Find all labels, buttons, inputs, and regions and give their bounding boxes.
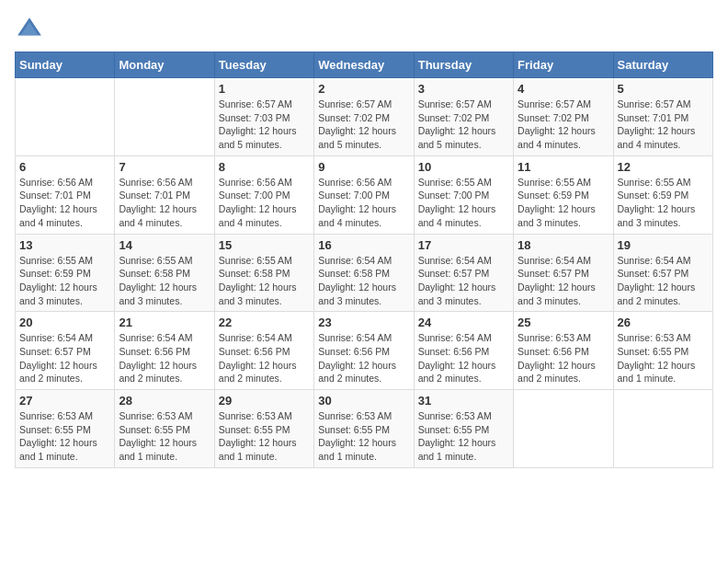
header-monday: Monday — [115, 52, 214, 78]
day-number: 22 — [219, 316, 310, 329]
day-number: 18 — [518, 238, 609, 252]
page-header — [15, 15, 713, 44]
day-number: 7 — [119, 160, 210, 174]
calendar-cell: 24Sunrise: 6:54 AM Sunset: 6:56 PM Dayli… — [414, 312, 513, 390]
day-number: 27 — [19, 394, 110, 408]
day-number: 1 — [219, 82, 310, 96]
day-info: Sunrise: 6:56 AM Sunset: 7:01 PM Dayligh… — [119, 176, 210, 230]
header-friday: Friday — [514, 52, 613, 78]
day-number: 6 — [19, 160, 110, 174]
day-number: 13 — [19, 238, 110, 252]
day-info: Sunrise: 6:55 AM Sunset: 6:58 PM Dayligh… — [219, 254, 310, 308]
calendar-cell: 16Sunrise: 6:54 AM Sunset: 6:58 PM Dayli… — [314, 234, 414, 312]
calendar-cell: 19Sunrise: 6:54 AM Sunset: 6:57 PM Dayli… — [613, 234, 712, 312]
day-info: Sunrise: 6:53 AM Sunset: 6:55 PM Dayligh… — [219, 409, 310, 464]
day-info: Sunrise: 6:57 AM Sunset: 7:02 PM Dayligh… — [418, 98, 509, 152]
week-row-0: 1Sunrise: 6:57 AM Sunset: 7:03 PM Daylig… — [16, 78, 713, 156]
day-info: Sunrise: 6:57 AM Sunset: 7:02 PM Dayligh… — [518, 98, 609, 152]
day-number: 16 — [318, 238, 409, 252]
calendar-cell: 25Sunrise: 6:53 AM Sunset: 6:56 PM Dayli… — [514, 312, 613, 390]
calendar-cell — [613, 390, 712, 468]
day-info: Sunrise: 6:55 AM Sunset: 6:59 PM Dayligh… — [518, 176, 609, 230]
calendar-cell: 12Sunrise: 6:55 AM Sunset: 6:59 PM Dayli… — [613, 155, 712, 234]
calendar-cell: 20Sunrise: 6:54 AM Sunset: 6:57 PM Dayli… — [16, 312, 115, 390]
day-number: 31 — [418, 394, 509, 408]
calendar-cell: 30Sunrise: 6:53 AM Sunset: 6:55 PM Dayli… — [314, 390, 414, 468]
calendar-cell — [115, 78, 214, 156]
day-info: Sunrise: 6:55 AM Sunset: 7:00 PM Dayligh… — [418, 176, 509, 230]
day-info: Sunrise: 6:56 AM Sunset: 7:01 PM Dayligh… — [19, 176, 110, 230]
day-info: Sunrise: 6:53 AM Sunset: 6:55 PM Dayligh… — [618, 331, 709, 385]
day-number: 14 — [119, 238, 210, 252]
calendar-table: SundayMondayTuesdayWednesdayThursdayFrid… — [15, 52, 713, 468]
day-number: 20 — [19, 316, 110, 329]
header-tuesday: Tuesday — [214, 52, 313, 78]
day-number: 15 — [219, 238, 310, 252]
day-number: 28 — [119, 394, 210, 408]
day-number: 26 — [618, 316, 709, 329]
day-info: Sunrise: 6:54 AM Sunset: 6:57 PM Dayligh… — [19, 331, 110, 385]
day-info: Sunrise: 6:56 AM Sunset: 7:00 PM Dayligh… — [318, 176, 409, 230]
calendar-cell: 22Sunrise: 6:54 AM Sunset: 6:56 PM Dayli… — [214, 312, 313, 390]
calendar-cell: 5Sunrise: 6:57 AM Sunset: 7:01 PM Daylig… — [613, 78, 712, 156]
logo-icon — [15, 15, 44, 44]
calendar-cell: 29Sunrise: 6:53 AM Sunset: 6:55 PM Dayli… — [214, 390, 313, 468]
day-info: Sunrise: 6:54 AM Sunset: 6:58 PM Dayligh… — [318, 254, 409, 308]
day-info: Sunrise: 6:57 AM Sunset: 7:01 PM Dayligh… — [618, 98, 709, 152]
calendar-cell: 31Sunrise: 6:53 AM Sunset: 6:55 PM Dayli… — [414, 390, 513, 468]
day-info: Sunrise: 6:55 AM Sunset: 6:58 PM Dayligh… — [119, 254, 210, 308]
calendar-cell: 13Sunrise: 6:55 AM Sunset: 6:59 PM Dayli… — [16, 234, 115, 312]
calendar-cell: 23Sunrise: 6:54 AM Sunset: 6:56 PM Dayli… — [314, 312, 414, 390]
day-info: Sunrise: 6:54 AM Sunset: 6:56 PM Dayligh… — [219, 331, 310, 385]
week-row-2: 13Sunrise: 6:55 AM Sunset: 6:59 PM Dayli… — [16, 234, 713, 312]
calendar-cell — [16, 78, 115, 156]
day-info: Sunrise: 6:56 AM Sunset: 7:00 PM Dayligh… — [219, 176, 310, 230]
day-number: 11 — [518, 160, 609, 174]
calendar-cell: 8Sunrise: 6:56 AM Sunset: 7:00 PM Daylig… — [214, 155, 313, 234]
week-row-4: 27Sunrise: 6:53 AM Sunset: 6:55 PM Dayli… — [16, 390, 713, 468]
day-info: Sunrise: 6:54 AM Sunset: 6:57 PM Dayligh… — [518, 254, 609, 308]
day-number: 24 — [418, 316, 509, 329]
calendar-cell: 4Sunrise: 6:57 AM Sunset: 7:02 PM Daylig… — [514, 78, 613, 156]
calendar-cell: 15Sunrise: 6:55 AM Sunset: 6:58 PM Dayli… — [214, 234, 313, 312]
day-info: Sunrise: 6:57 AM Sunset: 7:03 PM Dayligh… — [219, 98, 310, 152]
calendar-cell: 3Sunrise: 6:57 AM Sunset: 7:02 PM Daylig… — [414, 78, 513, 156]
day-info: Sunrise: 6:54 AM Sunset: 6:56 PM Dayligh… — [119, 331, 210, 385]
day-info: Sunrise: 6:53 AM Sunset: 6:56 PM Dayligh… — [518, 331, 609, 385]
calendar-cell: 2Sunrise: 6:57 AM Sunset: 7:02 PM Daylig… — [314, 78, 414, 156]
day-number: 3 — [418, 82, 509, 96]
calendar-cell: 18Sunrise: 6:54 AM Sunset: 6:57 PM Dayli… — [514, 234, 613, 312]
day-info: Sunrise: 6:54 AM Sunset: 6:56 PM Dayligh… — [418, 331, 509, 385]
calendar-cell: 1Sunrise: 6:57 AM Sunset: 7:03 PM Daylig… — [214, 78, 313, 156]
day-info: Sunrise: 6:54 AM Sunset: 6:56 PM Dayligh… — [318, 331, 409, 385]
calendar-cell: 27Sunrise: 6:53 AM Sunset: 6:55 PM Dayli… — [16, 390, 115, 468]
calendar-header-row: SundayMondayTuesdayWednesdayThursdayFrid… — [16, 52, 713, 78]
calendar-cell: 11Sunrise: 6:55 AM Sunset: 6:59 PM Dayli… — [514, 155, 613, 234]
calendar-cell: 21Sunrise: 6:54 AM Sunset: 6:56 PM Dayli… — [115, 312, 214, 390]
day-info: Sunrise: 6:53 AM Sunset: 6:55 PM Dayligh… — [119, 409, 210, 464]
logo — [15, 15, 48, 44]
day-info: Sunrise: 6:53 AM Sunset: 6:55 PM Dayligh… — [418, 409, 509, 464]
header-wednesday: Wednesday — [314, 52, 414, 78]
day-number: 19 — [618, 238, 709, 252]
day-number: 30 — [318, 394, 409, 408]
day-info: Sunrise: 6:54 AM Sunset: 6:57 PM Dayligh… — [418, 254, 509, 308]
day-info: Sunrise: 6:55 AM Sunset: 6:59 PM Dayligh… — [19, 254, 110, 308]
calendar-cell: 14Sunrise: 6:55 AM Sunset: 6:58 PM Dayli… — [115, 234, 214, 312]
day-info: Sunrise: 6:54 AM Sunset: 6:57 PM Dayligh… — [618, 254, 709, 308]
day-number: 12 — [618, 160, 709, 174]
calendar-cell: 10Sunrise: 6:55 AM Sunset: 7:00 PM Dayli… — [414, 155, 513, 234]
week-row-1: 6Sunrise: 6:56 AM Sunset: 7:01 PM Daylig… — [16, 155, 713, 234]
day-number: 25 — [518, 316, 609, 329]
calendar-cell: 9Sunrise: 6:56 AM Sunset: 7:00 PM Daylig… — [314, 155, 414, 234]
day-number: 2 — [318, 82, 409, 96]
week-row-3: 20Sunrise: 6:54 AM Sunset: 6:57 PM Dayli… — [16, 312, 713, 390]
day-number: 9 — [318, 160, 409, 174]
day-info: Sunrise: 6:53 AM Sunset: 6:55 PM Dayligh… — [318, 409, 409, 464]
day-number: 21 — [119, 316, 210, 329]
calendar-cell: 7Sunrise: 6:56 AM Sunset: 7:01 PM Daylig… — [115, 155, 214, 234]
day-number: 29 — [219, 394, 310, 408]
calendar-cell: 6Sunrise: 6:56 AM Sunset: 7:01 PM Daylig… — [16, 155, 115, 234]
header-saturday: Saturday — [613, 52, 712, 78]
day-number: 10 — [418, 160, 509, 174]
